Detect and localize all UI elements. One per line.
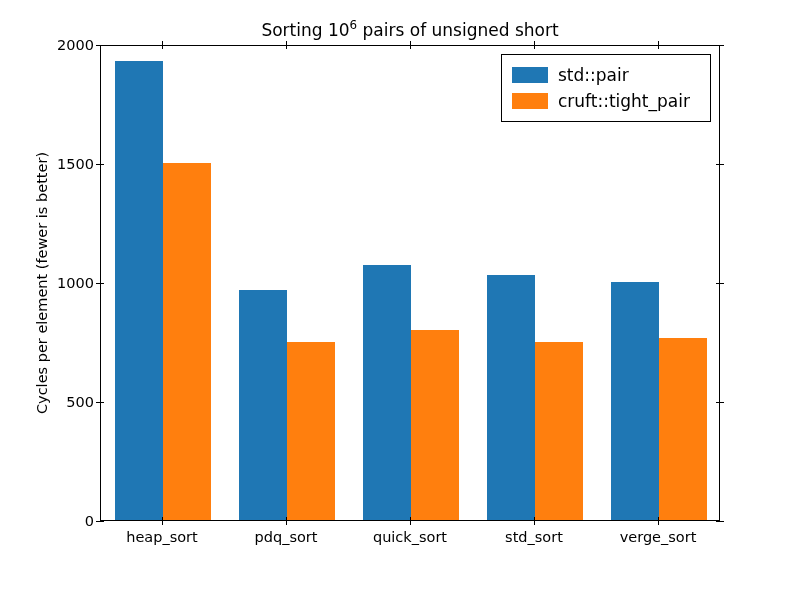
legend-swatch [512, 93, 548, 109]
bar [659, 338, 707, 520]
y-tick-mark [96, 283, 104, 284]
bar [611, 282, 659, 520]
x-tick-mark [410, 41, 411, 49]
y-tick-label: 500 [34, 394, 94, 410]
bar [363, 265, 411, 520]
bar [163, 163, 211, 520]
x-tick-label: std_sort [479, 529, 589, 545]
chart-title-prefix: Sorting [261, 20, 328, 40]
x-tick-mark [534, 517, 535, 525]
x-tick-mark [286, 517, 287, 525]
y-tick-mark [96, 521, 104, 522]
chart-title-base: 10 [328, 20, 350, 40]
legend-label: cruft::tight_pair [558, 91, 690, 111]
x-tick-mark [534, 41, 535, 49]
y-tick-mark [716, 45, 724, 46]
bar [287, 342, 335, 521]
bar [487, 275, 535, 520]
chart-title-suffix: pairs of unsigned short [357, 20, 558, 40]
x-tick-mark [658, 41, 659, 49]
x-tick-label: heap_sort [107, 529, 217, 545]
y-tick-mark [96, 402, 104, 403]
bar [239, 290, 287, 520]
chart-title: Sorting 106 pairs of unsigned short [100, 18, 720, 40]
legend-swatch [512, 67, 548, 83]
y-tick-mark [716, 164, 724, 165]
x-tick-label: verge_sort [603, 529, 713, 545]
y-tick-label: 1000 [34, 275, 94, 291]
x-tick-mark [410, 517, 411, 525]
chart-figure: Sorting 106 pairs of unsigned short Cycl… [0, 0, 800, 597]
legend-entry: std::pair [512, 62, 700, 88]
legend-label: std::pair [558, 65, 629, 85]
y-tick-mark [96, 164, 104, 165]
x-tick-mark [162, 41, 163, 49]
y-tick-mark [96, 45, 104, 46]
bar [535, 342, 583, 521]
y-tick-label: 2000 [34, 37, 94, 53]
x-tick-mark [286, 41, 287, 49]
x-tick-label: pdq_sort [231, 529, 341, 545]
y-tick-mark [716, 521, 724, 522]
y-tick-label: 1500 [34, 156, 94, 172]
legend: std::paircruft::tight_pair [501, 54, 711, 122]
x-tick-label: quick_sort [355, 529, 465, 545]
plot-area: std::paircruft::tight_pair [100, 45, 720, 521]
y-tick-mark [716, 283, 724, 284]
x-tick-mark [658, 517, 659, 525]
x-tick-mark [162, 517, 163, 525]
y-tick-mark [716, 402, 724, 403]
bar [115, 61, 163, 520]
bar [411, 330, 459, 520]
y-tick-label: 0 [34, 513, 94, 529]
legend-entry: cruft::tight_pair [512, 88, 700, 114]
